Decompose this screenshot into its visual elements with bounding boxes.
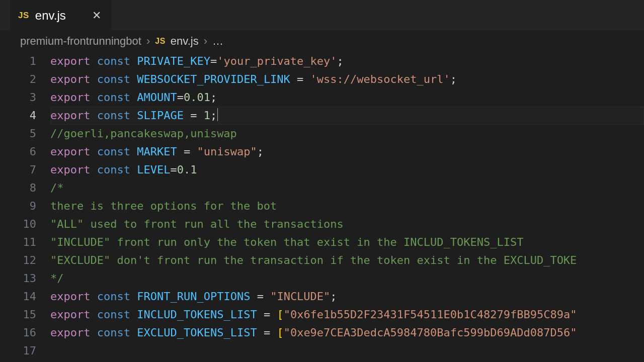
token-pun: ; (210, 109, 217, 122)
code-line[interactable]: export const FRONT_RUN_OPTIONS = "INCLUD… (50, 288, 644, 306)
token-pun: ; (450, 73, 457, 85)
token-brk: [ (277, 326, 283, 339)
breadcrumb: premium-frontrunningbot › JS env.js › … (0, 30, 644, 52)
line-number: 14 (0, 288, 36, 306)
token-kw: export (50, 290, 90, 303)
line-number: 11 (0, 233, 36, 251)
code-line[interactable]: export const SLIPAGE = 1; (50, 107, 644, 125)
token-str: "INCLUDE" (270, 290, 330, 303)
code-line[interactable]: export const EXCLUD_TOKENS_LIST = ["0xe9… (50, 324, 644, 342)
code-line[interactable]: //goerli,pancakeswap,uniswap (50, 125, 644, 143)
line-number: 7 (0, 161, 36, 179)
token-kw: export (50, 55, 90, 67)
token-varname: MARKET (137, 145, 177, 158)
token-stor: const (97, 109, 130, 122)
token-str: 'your_private_key' (217, 55, 337, 67)
code-line[interactable]: export const AMOUNT=0.01; (50, 88, 644, 107)
token-pun: ; (337, 55, 344, 67)
token-str: "0x6fe1b55D2F23431F54511E0b1C48279fBB95C… (284, 308, 577, 321)
code-line[interactable]: export const LEVEL=0.1 (50, 161, 644, 179)
token-kw: export (50, 73, 90, 85)
code-line[interactable]: */ (50, 269, 644, 288)
token-kw: export (50, 91, 90, 104)
token-op: = (210, 55, 217, 67)
code-editor[interactable]: 1234567891011121314151617 export const P… (0, 52, 644, 362)
breadcrumb-file[interactable]: env.js (171, 35, 199, 48)
token-varname: INCLUD_TOKENS_LIST (137, 308, 257, 321)
line-number: 9 (0, 197, 36, 215)
token-kw: export (50, 326, 90, 339)
line-number-gutter: 1234567891011121314151617 (0, 52, 50, 362)
token-op: = (264, 326, 270, 339)
token-op: = (257, 290, 264, 303)
code-line[interactable]: export const MARKET = "uniswap"; (50, 143, 644, 161)
token-cmt: //goerli,pancakeswap,uniswap (50, 127, 237, 140)
token-op: = (184, 145, 190, 158)
line-number: 17 (0, 342, 36, 360)
token-str: 'wss://websocket_url' (310, 73, 450, 85)
tab-env-js[interactable]: JS env.js ✕ (10, 0, 111, 30)
token-pun: ; (257, 145, 264, 158)
token-cmt: /* (50, 182, 64, 194)
breadcrumb-folder[interactable]: premium-frontrunningbot (20, 35, 141, 48)
token-num: 0.01 (184, 91, 210, 104)
breadcrumb-symbol[interactable]: … (212, 35, 223, 48)
close-icon[interactable]: ✕ (92, 9, 101, 22)
line-number: 1 (0, 52, 36, 70)
code-line[interactable]: "INCLUDE" front run only the token that … (50, 233, 644, 251)
token-num: 1 (204, 109, 210, 122)
code-line[interactable]: /* (50, 179, 644, 197)
line-number: 10 (0, 215, 36, 233)
line-number: 5 (0, 125, 36, 143)
token-num: 0.1 (177, 163, 197, 176)
token-varname: EXCLUD_TOKENS_LIST (137, 326, 257, 339)
chevron-right-icon: › (204, 35, 207, 48)
token-kw: export (50, 163, 90, 176)
code-area[interactable]: export const PRIVATE_KEY='your_private_k… (50, 52, 644, 362)
token-stor: const (97, 308, 130, 321)
line-number: 8 (0, 179, 36, 197)
token-stor: const (97, 73, 130, 85)
token-brk: [ (277, 308, 283, 321)
token-stor: const (97, 163, 130, 176)
token-stor: const (97, 91, 130, 104)
token-pun: ; (330, 290, 337, 303)
line-number: 13 (0, 269, 36, 288)
token-stor: const (97, 55, 130, 67)
code-line[interactable]: export const PRIVATE_KEY='your_private_k… (50, 52, 644, 70)
token-pun: ; (210, 91, 217, 104)
chevron-right-icon: › (146, 35, 150, 48)
tab-filename: env.js (35, 9, 66, 23)
code-line[interactable] (50, 342, 644, 360)
code-line[interactable]: there is three options for the bot (50, 197, 644, 215)
line-number: 2 (0, 70, 36, 88)
text-cursor (217, 108, 218, 121)
token-varname: WEBSOCKET_PROVIDER_LINK (137, 73, 290, 85)
token-stor: const (97, 326, 130, 339)
token-op: = (264, 308, 270, 321)
token-varname: FRONT_RUN_OPTIONS (137, 290, 250, 303)
token-cmt: "INCLUDE" front run only the token that … (50, 236, 523, 248)
tab-bar: JS env.js ✕ (0, 0, 644, 30)
code-line[interactable]: export const WEBSOCKET_PROVIDER_LINK = '… (50, 70, 644, 88)
line-number: 4 (0, 107, 36, 125)
token-stor: const (97, 290, 130, 303)
token-op: = (297, 73, 303, 85)
token-cmt: "EXCLUDE" don't front run the transactio… (50, 254, 577, 266)
code-line[interactable]: "ALL" used to front run all the transact… (50, 215, 644, 233)
line-number: 3 (0, 88, 36, 107)
line-number: 6 (0, 143, 36, 161)
token-cmt: */ (50, 272, 64, 285)
token-op: = (177, 91, 184, 104)
token-varname: PRIVATE_KEY (137, 55, 210, 67)
token-kw: export (50, 145, 90, 158)
token-varname: LEVEL (137, 163, 170, 176)
token-stor: const (97, 145, 130, 158)
token-cmt: "ALL" used to front run all the transact… (50, 218, 344, 230)
code-line[interactable]: export const INCLUD_TOKENS_LIST = ["0x6f… (50, 306, 644, 324)
token-str: "uniswap" (197, 145, 257, 158)
code-line[interactable]: "EXCLUDE" don't front run the transactio… (50, 251, 644, 269)
token-kw: export (50, 308, 90, 321)
js-file-icon: JS (18, 11, 29, 21)
token-op: = (190, 109, 197, 122)
